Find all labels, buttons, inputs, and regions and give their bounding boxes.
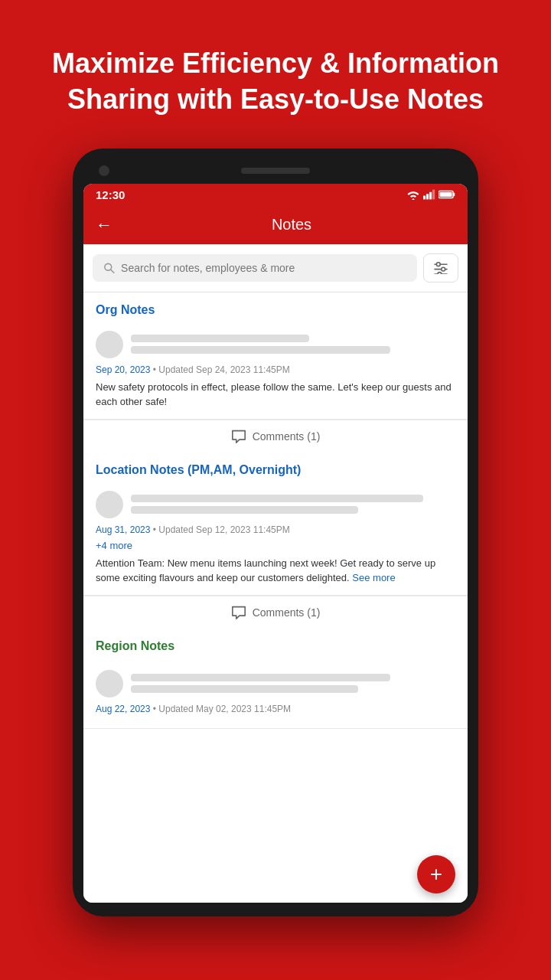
- location-comments-row[interactable]: Comments (1): [83, 596, 468, 629]
- location-note-date: Aug 31, 2023: [96, 524, 150, 535]
- svg-rect-5: [453, 193, 455, 196]
- author-lines: [131, 495, 455, 514]
- org-note-author-row: [96, 331, 455, 358]
- org-notes-section: Org Notes Sep 20, 2023 • Updated Sep 24,…: [83, 292, 468, 452]
- location-note-meta: Aug 31, 2023 • Updated Sep 12, 2023 11:4…: [96, 524, 455, 535]
- fab-button[interactable]: +: [417, 855, 455, 893]
- location-comments-label: Comments (1): [253, 606, 321, 619]
- location-notes-section: Location Notes (PM,AM, Overnight) Aug 31…: [83, 452, 468, 629]
- region-notes-header: Region Notes: [83, 629, 468, 658]
- comment-icon: [231, 430, 246, 443]
- author-lines: [131, 674, 455, 693]
- back-button[interactable]: ←: [96, 215, 112, 235]
- phone-wrapper: 12:30: [0, 149, 551, 916]
- region-notes-section: Region Notes Aug 22, 2023 • Updated May …: [83, 629, 468, 729]
- location-note-card: Aug 31, 2023 • Updated Sep 12, 2023 11:4…: [83, 482, 468, 596]
- org-note-meta: Sep 20, 2023 • Updated Sep 24, 2023 11:4…: [96, 364, 455, 375]
- avatar: [96, 331, 123, 358]
- search-input-wrapper[interactable]: [93, 254, 417, 282]
- svg-rect-0: [423, 196, 425, 200]
- screen-title: Notes: [128, 216, 455, 234]
- status-icons: [406, 189, 455, 200]
- author-name-placeholder: [131, 674, 390, 681]
- screen-content: Org Notes Sep 20, 2023 • Updated Sep 24,…: [83, 244, 468, 903]
- org-notes-header: Org Notes: [83, 292, 468, 322]
- phone-top-bar: [83, 162, 468, 184]
- avatar: [96, 491, 123, 518]
- region-note-meta: Aug 22, 2023 • Updated May 02, 2023 11:4…: [96, 704, 455, 714]
- svg-rect-6: [439, 192, 452, 197]
- org-comments-label: Comments (1): [253, 430, 321, 443]
- hero-text: Maximize Efficiency & Information Sharin…: [0, 0, 551, 141]
- org-note-text: New safety protocols in effect, please f…: [96, 380, 455, 410]
- svg-line-8: [111, 270, 114, 273]
- svg-rect-2: [429, 192, 432, 200]
- location-note-updated: • Updated Sep 12, 2023 11:45PM: [153, 524, 290, 535]
- author-role-placeholder: [131, 346, 390, 354]
- filter-button[interactable]: [423, 253, 458, 283]
- wifi-icon: [406, 189, 420, 200]
- app-header: ← Notes: [83, 206, 468, 244]
- region-note-card: Aug 22, 2023 • Updated May 02, 2023 11:4…: [83, 658, 468, 729]
- phone-body: 12:30: [73, 149, 478, 916]
- signal-icon: [423, 189, 435, 200]
- search-bar-container: [83, 244, 468, 292]
- region-note-updated: • Updated May 02, 2023 11:45PM: [153, 704, 291, 714]
- author-role-placeholder: [131, 685, 358, 693]
- search-icon: [103, 262, 115, 274]
- front-camera: [99, 165, 109, 176]
- see-more-link[interactable]: See more: [352, 572, 395, 583]
- svg-rect-3: [432, 190, 435, 200]
- author-name-placeholder: [131, 495, 423, 502]
- org-note-card: Sep 20, 2023 • Updated Sep 24, 2023 11:4…: [83, 322, 468, 420]
- location-note-author-row: [96, 491, 455, 518]
- status-time: 12:30: [96, 188, 125, 201]
- region-note-date: Aug 22, 2023: [96, 704, 150, 714]
- comment-icon: [231, 606, 246, 619]
- svg-point-10: [436, 262, 440, 266]
- location-notes-header: Location Notes (PM,AM, Overnight): [83, 452, 468, 482]
- author-name-placeholder: [131, 335, 309, 342]
- filter-icon: [433, 262, 448, 274]
- search-input[interactable]: [121, 262, 406, 274]
- status-bar: 12:30: [83, 184, 468, 206]
- org-comments-row[interactable]: Comments (1): [83, 420, 468, 452]
- speaker: [241, 168, 310, 174]
- org-note-date: Sep 20, 2023: [96, 364, 150, 375]
- region-note-author-row: [96, 667, 455, 697]
- location-note-text: Attention Team: New menu items launching…: [96, 556, 455, 586]
- svg-point-14: [438, 272, 442, 273]
- author-role-placeholder: [131, 506, 358, 514]
- phone-screen: 12:30: [83, 184, 468, 903]
- org-note-updated: • Updated Sep 24, 2023 11:45PM: [153, 364, 290, 375]
- more-tag[interactable]: +4 more: [96, 540, 455, 551]
- avatar: [96, 670, 123, 697]
- svg-rect-1: [426, 194, 429, 199]
- author-lines: [131, 335, 455, 354]
- battery-icon: [439, 189, 455, 200]
- svg-point-12: [442, 267, 445, 271]
